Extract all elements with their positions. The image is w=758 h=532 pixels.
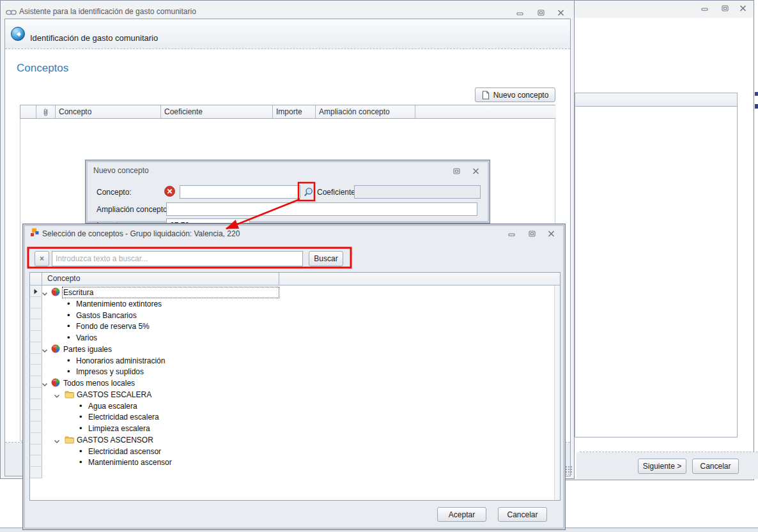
pie-chart-icon — [51, 344, 60, 355]
bullet-icon: • — [79, 412, 82, 422]
tree-item-label: Honorarios administración — [76, 356, 165, 365]
dialog-title: Selección de conceptos - Grupo liquidaci… — [42, 229, 240, 238]
new-concept-dialog: Nuevo concepto Concepto: Coeficiente: Am… — [85, 160, 490, 224]
pie-chart-icon — [51, 287, 60, 298]
bullet-icon: • — [79, 423, 82, 433]
maximize-button[interactable] — [536, 8, 546, 17]
grid-header-concepto[interactable]: Concepto — [56, 105, 161, 118]
ampliacion-label: Ampliación concepto: — [97, 205, 169, 214]
tree-item-label: Agua escalera — [88, 402, 137, 411]
tree-item[interactable]: •Honorarios administración — [30, 355, 560, 367]
tree-header-concepto[interactable]: Concepto — [42, 273, 279, 285]
folder-icon — [65, 390, 74, 400]
new-document-icon — [482, 91, 490, 100]
grid-header-row: Concepto Coeficiente Importe Ampliación … — [20, 105, 555, 119]
bullet-icon: • — [79, 446, 82, 456]
tree-header-indicator — [30, 273, 42, 285]
screen: Siguiente > Cancelar Asistente para la i… — [0, 0, 758, 532]
clipped-content-fragment — [755, 92, 758, 96]
background-grid-header — [575, 93, 737, 107]
tree-item[interactable]: •Fondo de reserva 5% — [30, 321, 560, 332]
tree-item-label: Electricidad ascensor — [88, 447, 161, 456]
pie-chart-icon — [51, 378, 60, 389]
tree-item-label: Limpieza escalera — [88, 424, 150, 433]
tree-item[interactable]: GASTOS ASCENSOR — [30, 434, 560, 446]
background-grid-panel — [575, 93, 738, 437]
tree-item[interactable]: •Mantenimiento ascensor — [30, 457, 560, 468]
grid-header-coeficiente[interactable]: Coeficiente — [161, 105, 273, 118]
grid-header-ampliacion[interactable]: Ampliación concepto — [316, 105, 415, 118]
tree-item-label: GASTOS ESCALERA — [77, 390, 151, 399]
grid-header-empty — [415, 105, 556, 118]
close-button[interactable] — [470, 167, 481, 175]
close-button[interactable] — [555, 8, 566, 17]
bullet-icon: • — [67, 367, 70, 376]
accept-button[interactable]: Aceptar — [437, 507, 486, 522]
new-concept-button-label: Nuevo concepto — [493, 91, 549, 100]
tree-item[interactable]: •Gastos Bancarios — [30, 310, 560, 321]
bullet-icon: • — [67, 356, 70, 365]
maximize-button[interactable] — [720, 4, 730, 12]
link-icon — [6, 7, 17, 19]
tree-item[interactable]: Escritura — [30, 287, 560, 298]
minimize-button[interactable] — [506, 230, 516, 238]
app-icon — [30, 228, 39, 239]
new-concept-button[interactable]: Nuevo concepto — [475, 87, 555, 102]
close-button[interactable] — [546, 229, 556, 238]
tree-item[interactable]: Partes iguales — [30, 344, 560, 355]
coeficiente-label: Coeficiente: — [317, 188, 357, 197]
window-title: Asistente para la identificación de gast… — [19, 7, 196, 16]
minimize-button[interactable] — [699, 4, 709, 13]
resize-grip[interactable] — [565, 466, 573, 475]
cancel-button[interactable]: Cancelar — [692, 459, 739, 474]
bullet-icon: • — [67, 310, 70, 320]
folder-icon — [65, 436, 74, 446]
importe-input[interactable] — [166, 218, 250, 224]
bullet-icon: • — [67, 321, 70, 331]
tree-item[interactable]: Todos menos locales — [30, 377, 560, 389]
tree-item-label: Mantenimiento extintores — [76, 300, 162, 308]
tree-item-label: Todos menos locales — [63, 379, 135, 388]
tree-item[interactable]: •Mantenimiento extintores — [30, 298, 560, 310]
grid-header-attachment[interactable] — [36, 105, 56, 118]
error-icon — [164, 186, 175, 199]
page-title: Identificación de gasto comunitario — [30, 33, 158, 43]
tree-item-label: Electricidad escalera — [88, 413, 159, 422]
search-lookup-icon[interactable] — [302, 185, 314, 199]
next-button[interactable]: Siguiente > — [638, 459, 686, 474]
bullet-icon: • — [79, 457, 82, 467]
concepto-input[interactable] — [180, 185, 300, 199]
tree-item-label: Partes iguales — [63, 345, 112, 354]
tree-item-label: Varios — [76, 333, 97, 342]
search-input[interactable] — [52, 251, 303, 266]
row-indicator-cell — [30, 467, 42, 478]
bullet-icon: • — [67, 333, 70, 342]
tree-item[interactable]: •Limpieza escalera — [30, 423, 560, 434]
tree-item[interactable]: •Varios — [30, 332, 560, 344]
bullet-icon: • — [79, 401, 82, 411]
tree-item[interactable]: •Impresos y suplidos — [30, 366, 560, 377]
paperclip-icon — [43, 107, 49, 117]
tree-item-label: GASTOS ASCENSOR — [77, 436, 153, 445]
minimize-button[interactable] — [514, 9, 525, 17]
tree-item-label: Fondo de reserva 5% — [76, 322, 150, 331]
close-button[interactable] — [738, 4, 748, 12]
tree-item[interactable]: •Electricidad ascensor — [30, 446, 560, 457]
tree-item[interactable]: •Electricidad escalera — [30, 411, 560, 423]
maximize-button[interactable] — [527, 229, 537, 238]
search-button[interactable]: Buscar — [309, 251, 343, 266]
clear-search-button[interactable]: × — [35, 251, 49, 266]
cancel-button[interactable]: Cancelar — [498, 507, 547, 522]
tree-item[interactable]: •Agua escalera — [30, 400, 560, 412]
tree-item[interactable]: GASTOS ESCALERA — [30, 389, 560, 400]
tree-item-label: Gastos Bancarios — [76, 311, 137, 320]
dialog-title: Nuevo concepto — [93, 166, 149, 175]
clipped-content-fragment — [755, 104, 758, 109]
ampliacion-input[interactable] — [166, 202, 477, 216]
grid-header-indicator — [20, 105, 36, 118]
grid-header-importe[interactable]: Importe — [273, 105, 316, 118]
back-button[interactable] — [11, 27, 25, 41]
tree-header-empty — [279, 273, 560, 285]
tree-item-label: Mantenimiento ascensor — [88, 458, 172, 467]
maximize-button[interactable] — [451, 167, 461, 175]
